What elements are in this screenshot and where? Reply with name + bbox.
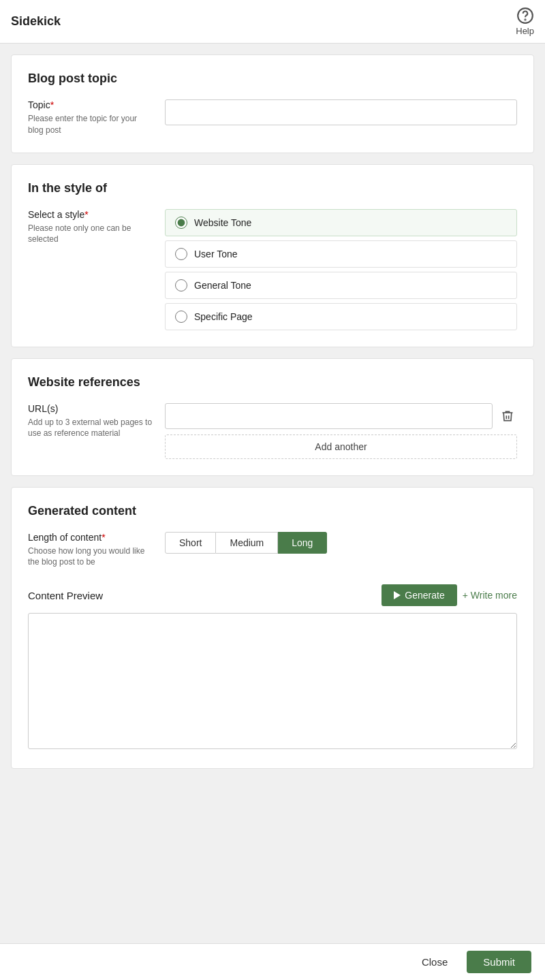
- help-button[interactable]: Help: [516, 7, 534, 36]
- style-radio-website-tone[interactable]: [175, 217, 187, 229]
- length-button-group: Short Medium Long: [165, 532, 517, 554]
- length-short-button[interactable]: Short: [165, 532, 216, 554]
- topic-label-col: Topic* Please enter the topic for your b…: [28, 99, 154, 136]
- play-icon: [394, 591, 401, 599]
- generated-content-card: Generated content Length of content* Cho…: [11, 487, 534, 770]
- url-label-col: URL(s) Add up to 3 external web pages to…: [28, 403, 154, 459]
- style-radio-user-tone[interactable]: [175, 248, 187, 260]
- preview-actions: Generate + Write more: [382, 584, 517, 606]
- write-more-button[interactable]: + Write more: [463, 590, 517, 601]
- style-radio-general-tone[interactable]: [175, 279, 187, 291]
- style-form-row: Select a style* Please note only one can…: [28, 209, 517, 330]
- style-title: In the style of: [28, 181, 517, 195]
- generate-button[interactable]: Generate: [382, 584, 456, 606]
- content-preview-textarea[interactable]: [28, 613, 517, 749]
- generate-label: Generate: [405, 590, 444, 601]
- length-buttons-col: Short Medium Long: [165, 532, 517, 569]
- topic-label: Topic*: [28, 99, 154, 110]
- length-label-col: Length of content* Choose how long you w…: [28, 532, 154, 569]
- content-preview-section: Content Preview Generate + Write more: [28, 584, 517, 752]
- topic-input-col: [165, 99, 517, 136]
- trash-icon: [501, 409, 514, 423]
- length-label: Length of content*: [28, 532, 154, 543]
- add-another-button[interactable]: Add another: [165, 434, 517, 459]
- style-option-label-general-tone: General Tone: [194, 280, 251, 291]
- style-card: In the style of Select a style* Please n…: [11, 164, 534, 347]
- style-option-label-user-tone: User Tone: [194, 249, 238, 259]
- length-form-row: Length of content* Choose how long you w…: [28, 532, 517, 569]
- style-label-col: Select a style* Please note only one can…: [28, 209, 154, 330]
- length-hint: Choose how long you would like the blog …: [28, 546, 154, 569]
- submit-button[interactable]: Submit: [467, 951, 531, 973]
- website-references-card: Website references URL(s) Add up to 3 ex…: [11, 358, 534, 476]
- length-long-button[interactable]: Long: [278, 532, 327, 554]
- style-label: Select a style*: [28, 209, 154, 220]
- close-button[interactable]: Close: [411, 951, 458, 973]
- topic-form-row: Topic* Please enter the topic for your b…: [28, 99, 517, 136]
- style-option-user-tone[interactable]: User Tone: [165, 240, 517, 268]
- topic-input[interactable]: [165, 99, 517, 125]
- content-preview-header: Content Preview Generate + Write more: [28, 584, 517, 606]
- help-label: Help: [516, 26, 534, 36]
- topic-required-marker: *: [50, 99, 54, 110]
- blog-topic-title: Blog post topic: [28, 72, 517, 86]
- url-input-col: Add another: [165, 403, 517, 459]
- style-radio-specific-page[interactable]: [175, 311, 187, 323]
- url-row-1: [165, 403, 517, 429]
- main-content: Blog post topic Topic* Please enter the …: [0, 44, 545, 780]
- style-required-marker: *: [84, 209, 88, 220]
- url-hint: Add up to 3 external web pages to use as…: [28, 417, 154, 440]
- style-option-website-tone[interactable]: Website Tone: [165, 209, 517, 236]
- references-title: Website references: [28, 375, 517, 390]
- write-more-label: + Write more: [463, 590, 517, 601]
- svg-point-1: [525, 19, 525, 20]
- style-option-specific-page[interactable]: Specific Page: [165, 303, 517, 330]
- url-label: URL(s): [28, 403, 154, 414]
- url-form-row: URL(s) Add up to 3 external web pages to…: [28, 403, 517, 459]
- footer-bar: Close Submit: [0, 943, 545, 980]
- app-header: Sidekick Help: [0, 0, 545, 44]
- blog-post-topic-card: Blog post topic Topic* Please enter the …: [11, 54, 534, 153]
- content-preview-label: Content Preview: [28, 590, 103, 601]
- help-icon: [516, 7, 534, 25]
- delete-url-button[interactable]: [498, 407, 517, 426]
- style-option-general-tone[interactable]: General Tone: [165, 272, 517, 299]
- style-options-col: Website Tone User Tone General Tone Spec…: [165, 209, 517, 330]
- length-medium-button[interactable]: Medium: [216, 532, 278, 554]
- topic-hint: Please enter the topic for your blog pos…: [28, 113, 154, 136]
- style-hint: Please note only one can be selected: [28, 223, 154, 246]
- app-title: Sidekick: [11, 14, 61, 29]
- length-required-marker: *: [102, 532, 105, 543]
- style-option-label-specific-page: Specific Page: [194, 311, 253, 322]
- style-option-label-website-tone: Website Tone: [194, 217, 251, 228]
- url-input-1[interactable]: [165, 403, 493, 429]
- generated-title: Generated content: [28, 504, 517, 518]
